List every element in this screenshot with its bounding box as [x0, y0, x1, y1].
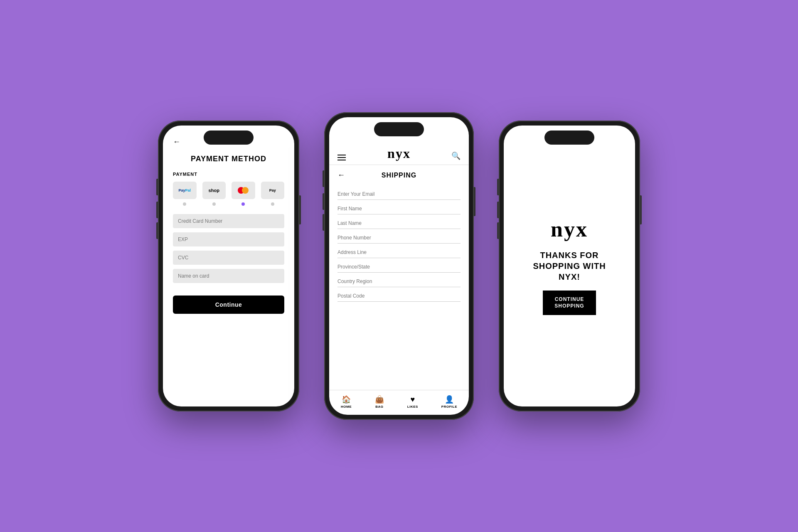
email-input[interactable]	[337, 191, 461, 197]
postal-field-group	[337, 287, 461, 302]
nav-home-label: HOME	[341, 405, 352, 409]
payment-dots-row	[163, 199, 294, 206]
address-field-group	[337, 244, 461, 258]
heart-icon: ♥	[411, 395, 415, 404]
nav-home[interactable]: 🏠 HOME	[341, 395, 352, 409]
shipping-form	[329, 185, 469, 390]
shipping-subheader: ← SHIPPING	[329, 165, 469, 185]
payment-continue-button[interactable]: Continue	[173, 296, 284, 314]
country-field-group	[337, 273, 461, 287]
nav-profile-label: PROFILE	[441, 405, 457, 409]
phone2-wrapper: nyx 🔍 ← SHIPPING	[324, 112, 474, 420]
email-field-group	[337, 185, 461, 200]
province-input[interactable]	[337, 264, 461, 270]
continue-shopping-button[interactable]: CONTINUESHOPPING	[543, 291, 596, 315]
nyx-logo-header: nyx	[387, 146, 411, 161]
back-arrow-1[interactable]: ←	[173, 138, 180, 146]
thankyou-screen: nyx THANKS FOR SHOPPING WITH NYX! CONTIN…	[504, 126, 635, 406]
lastname-field-group	[337, 214, 461, 229]
phone2: nyx 🔍 ← SHIPPING	[324, 112, 474, 420]
exp-input[interactable]	[173, 232, 284, 246]
postal-input[interactable]	[337, 293, 461, 299]
payment-methods-row: PayPal shop Pay	[163, 182, 294, 199]
name-on-card-input[interactable]	[173, 269, 284, 283]
shop-payment-icon[interactable]: shop	[202, 182, 226, 199]
nav-likes-label: LIKES	[407, 405, 418, 409]
dot-4	[271, 202, 274, 206]
phone3-wrapper: nyx THANKS FOR SHOPPING WITH NYX! CONTIN…	[499, 121, 640, 411]
phone-field-group	[337, 229, 461, 244]
mastercard-payment-icon[interactable]	[232, 182, 255, 199]
lastname-input[interactable]	[337, 220, 461, 226]
hamburger-icon[interactable]	[337, 155, 346, 160]
nav-bag-label: BAG	[375, 405, 383, 409]
dynamic-island-1	[204, 131, 254, 145]
home-icon: 🏠	[342, 395, 351, 404]
applepay-payment-icon[interactable]: Pay	[261, 182, 285, 199]
bottom-nav: 🏠 HOME 👜 BAG ♥ LIKES 👤 PROFILE	[329, 390, 469, 415]
firstname-field-group	[337, 200, 461, 214]
firstname-input[interactable]	[337, 206, 461, 212]
dot-3	[241, 202, 245, 206]
back-arrow-2[interactable]: ←	[337, 171, 345, 180]
bag-icon: 👜	[375, 395, 384, 404]
payment-section-label: PAYMENT	[173, 172, 284, 177]
address-input[interactable]	[337, 249, 461, 255]
payment-title: PAYMENT METHOD	[163, 155, 294, 163]
payment-form	[163, 206, 294, 291]
profile-icon: 👤	[445, 395, 454, 404]
dynamic-island-3	[544, 131, 594, 145]
paypal-payment-icon[interactable]: PayPal	[173, 182, 197, 199]
cvc-input[interactable]	[173, 251, 284, 265]
phone1-wrapper: ← PAYMENT METHOD PAYMENT PayPal shop	[158, 121, 299, 411]
phone1-screen: ← PAYMENT METHOD PAYMENT PayPal shop	[163, 126, 294, 406]
nav-profile[interactable]: 👤 PROFILE	[441, 395, 457, 409]
nav-bag[interactable]: 👜 BAG	[375, 395, 384, 409]
shipping-header: nyx 🔍	[329, 136, 469, 165]
dynamic-island-2	[374, 122, 424, 136]
thanks-text: THANKS FOR SHOPPING WITH NYX!	[528, 250, 611, 282]
nyx-logo-thankyou: nyx	[551, 217, 588, 241]
phone3-screen: nyx THANKS FOR SHOPPING WITH NYX! CONTIN…	[504, 126, 635, 406]
country-input[interactable]	[337, 278, 461, 284]
dot-1	[183, 202, 186, 206]
search-icon[interactable]: 🔍	[451, 151, 461, 160]
phone-input[interactable]	[337, 235, 461, 241]
province-field-group	[337, 258, 461, 273]
phone2-screen: nyx 🔍 ← SHIPPING	[329, 117, 469, 415]
credit-card-input[interactable]	[173, 214, 284, 228]
shipping-title: SHIPPING	[382, 172, 416, 179]
phone1: ← PAYMENT METHOD PAYMENT PayPal shop	[158, 121, 299, 411]
nav-likes[interactable]: ♥ LIKES	[407, 395, 418, 409]
phone3: nyx THANKS FOR SHOPPING WITH NYX! CONTIN…	[499, 121, 640, 411]
dot-2	[212, 202, 216, 206]
